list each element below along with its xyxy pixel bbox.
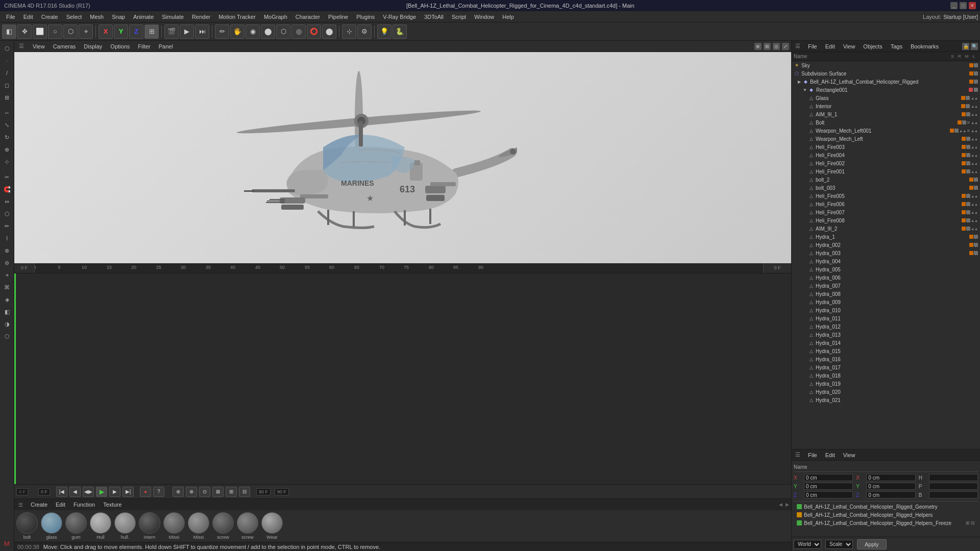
obj-row-hydra014[interactable]: △ Hydra_014 bbox=[792, 339, 980, 347]
menu-pipeline[interactable]: Pipeline bbox=[324, 13, 352, 21]
toolbar-select-free[interactable]: ⌖ bbox=[79, 24, 93, 39]
obj-row-sky[interactable]: ☀ Sky bbox=[792, 61, 980, 69]
mat-item-glass[interactable]: glass bbox=[41, 512, 62, 540]
obj-menu-bookmarks[interactable]: Bookmarks bbox=[909, 43, 941, 49]
maximize-button[interactable]: □ bbox=[960, 2, 967, 9]
attrib-item-geometry[interactable]: Bell_AH-1Z_Lethal_Combat_Helicopter_Rigg… bbox=[795, 503, 977, 511]
vp-menu-display[interactable]: Display bbox=[82, 43, 104, 49]
obj-menu-objects[interactable]: Objects bbox=[861, 43, 884, 49]
obj-row-hydra009[interactable]: △ Hydra_009 bbox=[792, 298, 980, 306]
transport-extra1[interactable]: ⊕ bbox=[173, 487, 184, 497]
materials-toggle[interactable]: ☰ bbox=[16, 500, 24, 509]
play-back-btn[interactable]: ◀▶ bbox=[83, 487, 94, 497]
attrib-z-pos[interactable] bbox=[804, 491, 853, 498]
toolbar-z-axis[interactable]: Z bbox=[129, 24, 143, 39]
obj-row-hydra006[interactable]: △ Hydra_006 bbox=[792, 273, 980, 282]
vp-menu-options[interactable]: Options bbox=[108, 43, 132, 49]
timeline-content[interactable] bbox=[14, 273, 791, 485]
obj-row-hydra005[interactable]: △ Hydra_005 bbox=[792, 265, 980, 273]
minimize-button[interactable]: _ bbox=[950, 2, 958, 9]
mat-item-missi2[interactable]: Missi bbox=[188, 512, 209, 540]
attrib-y-pos[interactable] bbox=[804, 483, 853, 490]
left-tool-uvw[interactable]: ⊞ bbox=[2, 92, 13, 103]
menu-vray[interactable]: V-Ray Bridge bbox=[379, 13, 420, 21]
obj-row-interior[interactable]: △ Interior ▲▲ bbox=[792, 102, 980, 110]
mat-menu-texture[interactable]: Texture bbox=[101, 502, 124, 508]
vp-menu-filter[interactable]: Filter bbox=[136, 43, 152, 49]
attrib-item-helpers-freeze[interactable]: Bell_AH-1Z_Lethal_Combat_Helicopter_Rigg… bbox=[795, 519, 977, 527]
obj-row-hydra007[interactable]: △ Hydra_007 bbox=[792, 282, 980, 290]
left-tool-scale[interactable]: ⤡ bbox=[2, 119, 13, 131]
left-tool-soft[interactable]: ◈ bbox=[2, 294, 13, 305]
transport-extra6[interactable]: ⊟ bbox=[239, 487, 250, 497]
left-tool-move[interactable]: ↔ bbox=[2, 107, 13, 118]
obj-row-hydra018[interactable]: △ Hydra_018 bbox=[792, 371, 980, 380]
transport-extra5[interactable]: ⊞ bbox=[226, 487, 237, 497]
attrib-b-val[interactable] bbox=[929, 491, 978, 498]
toolbar-scrape[interactable]: ⬤ bbox=[322, 24, 336, 39]
left-tool-mirror[interactable]: ⇔ bbox=[2, 196, 13, 207]
toolbar-y-axis[interactable]: Y bbox=[114, 24, 128, 39]
attrib-menu-file[interactable]: File bbox=[806, 452, 819, 458]
panel-search-icon[interactable]: 🔍 bbox=[971, 43, 978, 50]
left-tool-select2[interactable]: ⊹ bbox=[2, 156, 13, 167]
left-tool-points[interactable]: · bbox=[2, 55, 13, 66]
obj-row-aim9l1[interactable]: △ AIM_9l_1 ▲▲ bbox=[792, 110, 980, 118]
step-back-btn[interactable]: ◀ bbox=[69, 487, 81, 497]
left-tool-object[interactable]: ⬡ bbox=[2, 43, 13, 54]
attrib-item-helpers[interactable]: Bell_AH-1Z_Lethal_Combat_Helicopter_Rigg… bbox=[795, 511, 977, 519]
attrib-menu-edit[interactable]: Edit bbox=[823, 452, 837, 458]
obj-row-hydra008[interactable]: △ Hydra_008 bbox=[792, 290, 980, 298]
attrib-menu-view[interactable]: View bbox=[841, 452, 857, 458]
left-tool-morph[interactable]: ◑ bbox=[2, 318, 13, 330]
vp-menu-cameras[interactable]: Cameras bbox=[51, 43, 78, 49]
toolbar-mode-btn[interactable]: ◧ bbox=[2, 24, 16, 39]
attrib-h-val[interactable] bbox=[929, 474, 978, 481]
toolbar-select-rect[interactable]: ⬜ bbox=[33, 24, 47, 39]
left-tool-joint[interactable]: ⊜ bbox=[2, 257, 13, 268]
transport-extra2[interactable]: ⊗ bbox=[186, 487, 197, 497]
toolbar-move-btn[interactable]: ✥ bbox=[17, 24, 32, 39]
mat-item-gum[interactable]: gum bbox=[65, 512, 87, 540]
left-tool-spine[interactable]: ⌖ bbox=[2, 269, 13, 281]
transport-extra4[interactable]: ⊠ bbox=[212, 487, 224, 497]
obj-menu-tags[interactable]: Tags bbox=[889, 43, 904, 49]
toolbar-sculpt[interactable]: 🖐 bbox=[230, 24, 244, 39]
obj-menu-edit[interactable]: Edit bbox=[823, 43, 837, 49]
viewport-perspective-icon[interactable]: ⊕ bbox=[754, 43, 762, 50]
toolbar-all-axis[interactable]: ⊞ bbox=[144, 24, 159, 39]
obj-row-bolt003[interactable]: △ bolt_003 bbox=[792, 184, 980, 192]
attrib-x-size[interactable] bbox=[866, 474, 915, 481]
apply-button[interactable]: Apply bbox=[857, 539, 887, 549]
toolbar-light[interactable]: 💡 bbox=[377, 24, 391, 39]
toolbar-select-poly[interactable]: ⬡ bbox=[63, 24, 78, 39]
toolbar-paint[interactable]: ✏ bbox=[215, 24, 229, 39]
left-tool-ik[interactable]: ⌘ bbox=[2, 282, 13, 293]
mat-menu-create[interactable]: Create bbox=[29, 502, 50, 508]
menu-render[interactable]: Render bbox=[188, 13, 214, 21]
toolbar-snap-options[interactable]: ⚙ bbox=[357, 24, 372, 39]
obj-row-helifire001[interactable]: △ Heli_Fire001 ▲▲ bbox=[792, 167, 980, 176]
toolbar-x-axis[interactable]: X bbox=[99, 24, 113, 39]
menu-window[interactable]: Window bbox=[470, 13, 498, 21]
timeline-ruler[interactable]: 0 F 0 5 10 15 20 25 30 35 40 45 50 55 60 bbox=[14, 263, 791, 273]
toolbar-smooth[interactable]: ◉ bbox=[246, 24, 260, 39]
obj-row-helifire007[interactable]: △ Heli_Fire007 ▲▲ bbox=[792, 208, 980, 216]
viewport-expand-icon[interactable]: ⤢ bbox=[782, 43, 789, 50]
mat-menu-edit[interactable]: Edit bbox=[54, 502, 67, 508]
bell-expand-icon[interactable]: ▶ bbox=[798, 80, 801, 84]
obj-row-wearpon-left[interactable]: △ Wearpon_Mech_Left ▲▲ bbox=[792, 135, 980, 143]
left-tool-polygons[interactable]: ◻ bbox=[2, 80, 13, 91]
viewport[interactable]: MARINES 613 ★ bbox=[14, 52, 791, 263]
attrib-y-size[interactable] bbox=[866, 483, 915, 490]
mat-item-wear[interactable]: Wear bbox=[261, 512, 283, 540]
obj-row-helifire005[interactable]: △ Heli_Fire005 ▲▲ bbox=[792, 192, 980, 200]
toolbar-snapping[interactable]: ⊹ bbox=[342, 24, 356, 39]
left-tool-magnet[interactable]: 🧲 bbox=[2, 184, 13, 195]
menu-3dtoall[interactable]: 3DToAll bbox=[420, 13, 448, 21]
toolbar-render-active[interactable]: ▶ bbox=[180, 24, 194, 39]
mat-item-hull[interactable]: Hull bbox=[90, 512, 111, 540]
obj-row-hydra013[interactable]: △ Hydra_013 bbox=[792, 331, 980, 339]
obj-row-hydra011[interactable]: △ Hydra_011 bbox=[792, 314, 980, 322]
objects-list[interactable]: ☀ Sky ⬡ Subdivision Surface bbox=[792, 61, 980, 449]
